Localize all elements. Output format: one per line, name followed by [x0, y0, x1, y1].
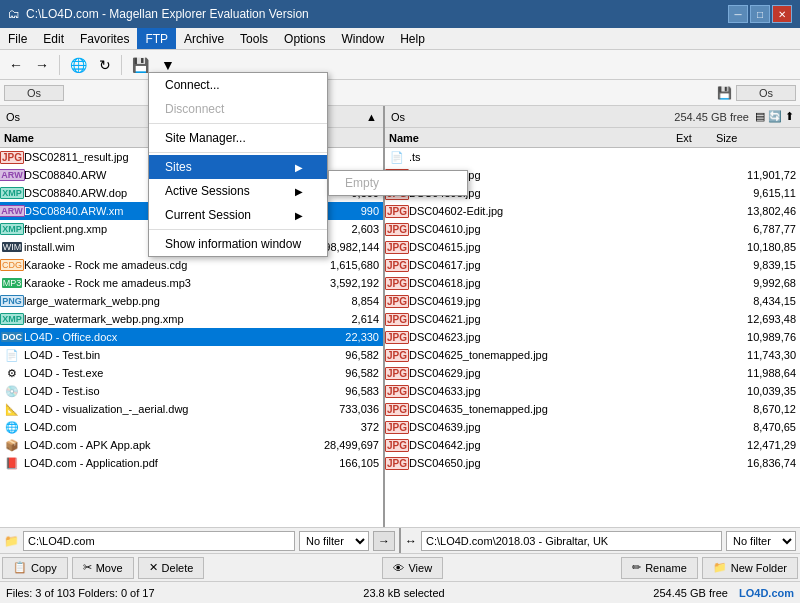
globe-button[interactable]: 🌐: [65, 54, 92, 76]
menu-active-sessions[interactable]: Active Sessions ▶: [149, 179, 327, 203]
menu-ftp[interactable]: FTP: [137, 28, 176, 49]
left-drive-label: Os: [4, 85, 64, 101]
file-name: LO4D - visualization_-_aerial.dwg: [24, 403, 305, 415]
list-item[interactable]: JPG DSC04639.jpg 8,470,65: [385, 418, 800, 436]
submenu-arrow-current: ▶: [295, 210, 303, 221]
maximize-button[interactable]: □: [750, 5, 770, 23]
move-icon: ✂: [83, 561, 92, 574]
file-icon-png: PNG: [4, 293, 20, 309]
toolbar-sep-1: [59, 55, 60, 75]
list-item[interactable]: 📦 LO4D.com - APK App.apk 28,499,697: [0, 436, 383, 454]
left-path-input[interactable]: [23, 531, 295, 551]
right-pane-icons: ▤ 🔄 ⬆: [755, 110, 794, 123]
left-pane-title: Os: [6, 111, 20, 123]
right-pane-header: Os 254.45 GB free ▤ 🔄 ⬆: [385, 106, 800, 128]
file-name: LO4D.com - APK App.apk: [24, 439, 305, 451]
delete-button[interactable]: ✕ Delete: [138, 557, 205, 579]
file-icon-jpg: JPG: [389, 203, 405, 219]
list-item[interactable]: JPG DSC04615.jpg 10,180,85: [385, 238, 800, 256]
file-icon-apk: 📦: [4, 437, 20, 453]
menu-options[interactable]: Options: [276, 28, 333, 49]
menu-connect[interactable]: Connect...: [149, 73, 327, 97]
menu-window[interactable]: Window: [333, 28, 392, 49]
list-item[interactable]: JPG DSC04650.jpg 16,836,74: [385, 454, 800, 472]
list-item[interactable]: JPG DSC04635_tonemapped.jpg 8,670,12: [385, 400, 800, 418]
new-folder-icon: 📁: [713, 561, 727, 574]
new-folder-button[interactable]: 📁 New Folder: [702, 557, 798, 579]
file-size: 2,614: [309, 313, 379, 325]
file-name: .ts: [409, 151, 678, 163]
left-go-button[interactable]: →: [373, 531, 395, 551]
right-path-input[interactable]: [421, 531, 722, 551]
list-item[interactable]: 📄 .ts: [385, 148, 800, 166]
file-icon-bin: 📄: [4, 347, 20, 363]
file-icon-exe: ⚙: [4, 365, 20, 381]
copy-button[interactable]: 📋 Copy: [2, 557, 68, 579]
menu-archive[interactable]: Archive: [176, 28, 232, 49]
list-item[interactable]: 📐 LO4D - visualization_-_aerial.dwg 733,…: [0, 400, 383, 418]
delete-icon: ✕: [149, 561, 158, 574]
list-item[interactable]: 📕 LO4D.com - Application.pdf 166,105: [0, 454, 383, 472]
menu-current-session[interactable]: Current Session ▶: [149, 203, 327, 227]
list-item[interactable]: ⚙ LO4D - Test.exe 96,582: [0, 364, 383, 382]
file-icon-jpg: JPG: [389, 347, 405, 363]
file-icon-wim: WIM: [4, 239, 20, 255]
list-item[interactable]: PNG large_watermark_webp.png 8,854: [0, 292, 383, 310]
refresh-button[interactable]: ↻: [94, 54, 116, 76]
right-pane-info: Os: [391, 111, 405, 123]
move-button[interactable]: ✂ Move: [72, 557, 134, 579]
list-item[interactable]: JPG DSC04617.jpg 9,839,15: [385, 256, 800, 274]
file-name: DSC04642.jpg: [409, 439, 678, 451]
menu-favorites[interactable]: Favorites: [72, 28, 137, 49]
right-path-section: ↔ No filter: [401, 528, 800, 553]
menu-show-info[interactable]: Show information window: [149, 232, 327, 256]
list-item[interactable]: 💿 LO4D - Test.iso 96,583: [0, 382, 383, 400]
list-item[interactable]: JPG DSC04642.jpg 12,471,29: [385, 436, 800, 454]
file-icon-cdg: CDG: [4, 257, 20, 273]
file-size: 9,992,68: [726, 277, 796, 289]
file-size: 96,583: [309, 385, 379, 397]
file-size: 8,670,12: [726, 403, 796, 415]
list-item[interactable]: DOC LO4D - Office.docx 22,330: [0, 328, 383, 346]
file-size: 10,180,85: [726, 241, 796, 253]
right-pane-title: Os: [391, 111, 405, 123]
status-left: Files: 3 of 103 Folders: 0 of 17: [6, 587, 155, 599]
title-text: C:\LO4D.com - Magellan Explorer Evaluati…: [26, 7, 309, 21]
list-item[interactable]: XMP large_watermark_webp.png.xmp 2,614: [0, 310, 383, 328]
list-item[interactable]: JPG DSC04619.jpg 8,434,15: [385, 292, 800, 310]
right-file-list[interactable]: 📄 .ts JPG DSC04595.jpg 11,901,72 JPG DSC…: [385, 148, 800, 527]
menu-sites[interactable]: Sites ▶: [149, 155, 327, 179]
menu-edit[interactable]: Edit: [35, 28, 72, 49]
list-item[interactable]: JPG DSC04602-Edit.jpg 13,802,46: [385, 202, 800, 220]
list-item[interactable]: JPG DSC04623.jpg 10,989,76: [385, 328, 800, 346]
close-button[interactable]: ✕: [772, 5, 792, 23]
list-item[interactable]: JPG DSC04610.jpg 6,787,77: [385, 220, 800, 238]
list-item[interactable]: 🌐 LO4D.com 372: [0, 418, 383, 436]
view-icon: 👁: [393, 562, 404, 574]
minimize-button[interactable]: ─: [728, 5, 748, 23]
file-size: 8,854: [309, 295, 379, 307]
back-button[interactable]: ←: [4, 54, 28, 76]
menu-tools[interactable]: Tools: [232, 28, 276, 49]
menu-help[interactable]: Help: [392, 28, 433, 49]
list-item[interactable]: JPG DSC04633.jpg 10,039,35: [385, 382, 800, 400]
list-item[interactable]: JPG DSC04621.jpg 12,693,48: [385, 310, 800, 328]
file-name: Karaoke - Rock me amadeus.cdg: [24, 259, 305, 271]
menu-file[interactable]: File: [0, 28, 35, 49]
list-item[interactable]: CDG Karaoke - Rock me amadeus.cdg 1,615,…: [0, 256, 383, 274]
list-item[interactable]: JPG DSC04629.jpg 11,988,64: [385, 364, 800, 382]
left-filter-select[interactable]: No filter: [299, 531, 369, 551]
list-item[interactable]: JPG DSC04625_tonemapped.jpg 11,743,30: [385, 346, 800, 364]
list-item[interactable]: JPG DSC04618.jpg 9,992,68: [385, 274, 800, 292]
list-item[interactable]: 📄 LO4D - Test.bin 96,582: [0, 346, 383, 364]
list-item[interactable]: MP3 Karaoke - Rock me amadeus.mp3 3,592,…: [0, 274, 383, 292]
file-size: 16,836,74: [726, 457, 796, 469]
rename-button[interactable]: ✏ Rename: [621, 557, 698, 579]
right-filter-select[interactable]: No filter: [726, 531, 796, 551]
forward-button[interactable]: →: [30, 54, 54, 76]
file-icon-arw: ARW: [4, 167, 20, 183]
file-icon-pdf: 📕: [4, 455, 20, 471]
file-name: Karaoke - Rock me amadeus.mp3: [24, 277, 305, 289]
view-button[interactable]: 👁 View: [382, 557, 443, 579]
menu-site-manager[interactable]: Site Manager...: [149, 126, 327, 150]
